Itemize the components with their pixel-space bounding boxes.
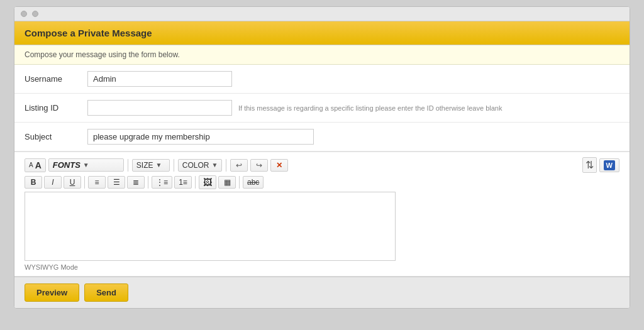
- wysiwyg-mode-label: WYSIWYG Mode: [25, 261, 619, 273]
- listing-id-label: Listing ID: [25, 103, 87, 113]
- preview-button[interactable]: Preview: [25, 283, 79, 302]
- clear-icon: ✕: [276, 161, 282, 170]
- align-left-button[interactable]: ≡: [88, 176, 106, 189]
- ordered-list-icon: 1≡: [179, 178, 187, 187]
- fonts-label: FONTS: [53, 160, 80, 170]
- window-dot-1: [21, 11, 27, 17]
- subject-input[interactable]: [87, 129, 314, 145]
- window-chrome: [14, 7, 630, 21]
- separator-2: [174, 159, 174, 172]
- footer-bar: Preview Send: [14, 277, 630, 308]
- color-label: COLOR: [182, 161, 209, 170]
- ordered-list-button[interactable]: 1≡: [174, 176, 192, 189]
- color-dropdown[interactable]: COLOR ▼: [178, 159, 223, 172]
- bold-button[interactable]: B: [25, 176, 42, 189]
- separator-6: [195, 176, 196, 189]
- font-a-small-icon: A: [29, 162, 33, 168]
- fonts-dropdown[interactable]: FONTS ▼: [48, 158, 124, 172]
- strikethrough-icon: abc: [247, 178, 259, 187]
- toolbar-row-2: B I U ≡ ☰ ≣: [25, 175, 619, 189]
- word-icon: W: [604, 160, 615, 170]
- compose-message-window: Compose a Private Message Compose your m…: [14, 6, 630, 309]
- strikethrough-button[interactable]: abc: [243, 176, 264, 189]
- message-editor[interactable]: [25, 192, 396, 261]
- separator-4: [84, 176, 85, 189]
- info-text: Compose your message using the form belo…: [25, 50, 180, 59]
- underline-label: U: [70, 178, 75, 187]
- editor-section: A A FONTS ▼ SIZE ▼ COLOR ▼: [14, 152, 630, 277]
- page-title: Compose a Private Message: [25, 28, 152, 38]
- listing-id-hint: If this message is regarding a specific …: [238, 104, 502, 112]
- align-right-icon: ≣: [133, 178, 139, 187]
- font-size-icon-button[interactable]: A A: [25, 158, 46, 172]
- clear-button[interactable]: ✕: [270, 159, 288, 172]
- insert-table-button[interactable]: ▦: [218, 176, 236, 189]
- undo-button[interactable]: ↩: [230, 159, 248, 172]
- username-input[interactable]: [87, 71, 232, 87]
- listing-id-input[interactable]: [87, 100, 232, 116]
- size-dropdown-arrow: ▼: [155, 162, 162, 168]
- align-center-icon: ☰: [113, 178, 120, 187]
- insert-image-button[interactable]: 🖼: [199, 175, 216, 189]
- subject-row: Subject: [14, 123, 630, 151]
- unordered-list-icon: ⋮≡: [156, 178, 168, 187]
- resize-icon: ⇅: [586, 160, 594, 170]
- color-dropdown-arrow: ▼: [211, 162, 218, 168]
- font-a-large-icon: A: [35, 160, 42, 170]
- undo-icon: ↩: [236, 161, 242, 170]
- italic-button[interactable]: I: [44, 176, 62, 189]
- align-center-button[interactable]: ☰: [108, 176, 125, 189]
- underline-button[interactable]: U: [64, 176, 81, 189]
- separator-3: [226, 159, 226, 172]
- separator-1: [128, 159, 128, 172]
- redo-button[interactable]: ↪: [250, 159, 268, 172]
- insert-table-icon: ▦: [224, 178, 231, 187]
- listing-id-row: Listing ID If this message is regarding …: [14, 94, 630, 123]
- italic-label: I: [52, 178, 53, 187]
- info-bar: Compose your message using the form belo…: [14, 45, 630, 65]
- unordered-list-button[interactable]: ⋮≡: [152, 176, 172, 189]
- fonts-dropdown-arrow: ▼: [83, 162, 89, 168]
- size-label: SIZE: [136, 161, 153, 170]
- resize-button[interactable]: ⇅: [582, 157, 597, 173]
- separator-5: [148, 176, 148, 189]
- window-dot-2: [32, 11, 38, 17]
- insert-image-icon: 🖼: [203, 177, 212, 187]
- separator-7: [239, 176, 240, 189]
- align-left-icon: ≡: [94, 178, 99, 187]
- title-bar: Compose a Private Message: [14, 21, 630, 45]
- form-section: Username Listing ID If this message is r…: [14, 65, 630, 152]
- redo-icon: ↪: [256, 161, 262, 170]
- word-button[interactable]: W: [599, 158, 619, 172]
- send-button[interactable]: Send: [84, 283, 128, 302]
- toolbar-row-1: A A FONTS ▼ SIZE ▼ COLOR ▼: [25, 157, 619, 173]
- align-right-button[interactable]: ≣: [127, 176, 145, 189]
- bold-label: B: [31, 178, 36, 187]
- subject-label: Subject: [25, 132, 87, 141]
- size-dropdown[interactable]: SIZE ▼: [132, 159, 170, 172]
- username-row: Username: [14, 65, 630, 94]
- username-label: Username: [25, 74, 87, 84]
